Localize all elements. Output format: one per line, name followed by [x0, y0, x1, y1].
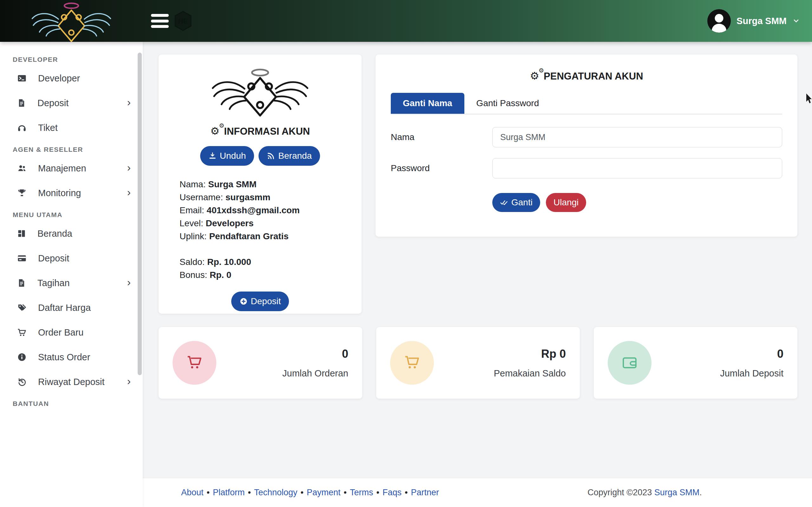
gears-icon: ⚙⚙	[530, 70, 539, 82]
password-field[interactable]	[492, 158, 782, 178]
cart-icon	[17, 328, 27, 337]
double-check-icon	[500, 199, 508, 207]
dashboard-icon	[17, 229, 26, 238]
footer-separator: •	[207, 488, 210, 497]
hamburger-bar	[151, 14, 169, 17]
avatar-head	[715, 14, 723, 22]
stat-circle	[172, 341, 216, 385]
tab-ganti-password[interactable]: Ganti Password	[464, 93, 551, 114]
download-button[interactable]: Unduh	[200, 146, 254, 166]
stat-card-orders: 0 Jumlah Orderan	[159, 327, 362, 399]
tab-ganti-nama[interactable]: Ganti Nama	[391, 93, 464, 114]
stat-label: Jumlah Orderan	[226, 368, 348, 379]
sidebar-item-monitoring[interactable]: Monitoring ›	[0, 183, 143, 203]
he-emblem-icon: HE	[174, 11, 192, 31]
avatar-body	[712, 24, 726, 33]
footer-link-faqs[interactable]: Faqs	[383, 488, 402, 497]
account-balance: Saldo: Rp. 10.000 Bonus: Rp. 0	[180, 256, 351, 281]
account-settings-title: ⚙⚙PENGATURAN AKUN	[391, 70, 782, 82]
brand-logo-wings-icon	[29, 1, 113, 42]
stat-card-deposits: 0 Jumlah Deposit	[594, 327, 798, 399]
user-name: Surga SMM	[737, 16, 786, 26]
chevron-right-icon: ›	[127, 376, 131, 388]
hamburger-bar	[151, 25, 169, 28]
sidebar-item-label: Manajemen	[38, 163, 116, 174]
field-saldo: Saldo: Rp. 10.000	[180, 256, 351, 268]
user-menu[interactable]: Surga SMM	[707, 0, 800, 42]
gears-icon: ⚙⚙	[210, 125, 220, 137]
field-uplink: Uplink: Pendaftaran Gratis	[180, 230, 351, 243]
sidebar-item-tiket[interactable]: Tiket	[0, 118, 143, 137]
info-circle-icon	[17, 352, 27, 362]
footer-link-payment[interactable]: Payment	[307, 488, 341, 497]
stat-circle	[390, 341, 434, 385]
footer-copyright: Copyright ©2023 Surga SMM.	[477, 488, 812, 498]
footer-link-about[interactable]: About	[181, 488, 204, 497]
sidebar-scrollbar-thumb[interactable]	[138, 53, 142, 375]
copyright-period: .	[699, 488, 702, 497]
settings-tabs: Ganti Nama Ganti Password	[391, 93, 782, 114]
footer-link-platform[interactable]: Platform	[213, 488, 245, 497]
footer-link-technology[interactable]: Technology	[254, 488, 298, 497]
name-field[interactable]	[492, 127, 782, 147]
sidebar-item-order-baru[interactable]: Order Baru	[0, 323, 143, 342]
users-icon	[17, 164, 27, 173]
stat-value: 0	[661, 347, 783, 360]
cart-icon	[185, 354, 204, 372]
sidebar-item-label: Daftar Harga	[38, 302, 131, 313]
footer-link-terms[interactable]: Terms	[350, 488, 373, 497]
sidebar-section-bantuan: BANTUAN	[13, 400, 143, 407]
submit-change-button[interactable]: Ganti	[492, 193, 540, 212]
name-label: Nama	[391, 132, 492, 142]
account-info-fields: Nama: Surga SMM Username: surgasmm Email…	[180, 178, 351, 243]
sidebar-item-status-order[interactable]: Status Order	[0, 347, 143, 367]
sidebar-item-deposit-dev[interactable]: Deposit ›	[0, 93, 143, 113]
stat-value: Rp 0	[444, 347, 566, 360]
sidebar-item-beranda[interactable]: Beranda	[0, 224, 143, 243]
chevron-right-icon: ›	[127, 162, 131, 175]
wallet-icon	[621, 354, 639, 372]
account-info-card: ⚙⚙INFORMASI AKUN Unduh Beranda	[159, 55, 362, 314]
copyright-brand-link[interactable]: Surga SMM	[654, 488, 700, 497]
field-nama: Nama: Surga SMM	[180, 178, 351, 191]
sidebar-item-daftar-harga[interactable]: Daftar Harga	[0, 298, 143, 318]
account-settings-card: ⚙⚙PENGATURAN AKUN Ganti Nama Ganti Passw…	[375, 55, 798, 237]
stat-label: Jumlah Deposit	[661, 368, 783, 379]
settings-form: Nama Password Ganti Ulangi	[391, 127, 782, 212]
mouse-cursor	[806, 94, 812, 104]
sidebar-item-label: Developer	[38, 73, 131, 83]
sidebar-item-label: Monitoring	[38, 188, 116, 199]
download-icon	[208, 152, 217, 160]
history-icon	[17, 377, 27, 387]
footer-link-partner[interactable]: Partner	[411, 488, 439, 497]
footer-separator: •	[248, 488, 251, 497]
sidebar-item-riwayat-deposit[interactable]: Riwayat Deposit ›	[0, 372, 143, 392]
sidebar-section-agen: AGEN & RESELLER	[13, 146, 143, 153]
file-invoice-icon	[17, 98, 26, 108]
sidebar-item-label: Status Order	[38, 352, 131, 362]
trophy-icon	[17, 188, 27, 198]
field-level: Level: Developers	[180, 217, 351, 230]
footer-separator: •	[405, 488, 408, 497]
sidebar-item-developer[interactable]: Developer	[0, 68, 143, 88]
sidebar-item-tagihan[interactable]: Tagihan ›	[0, 273, 143, 293]
sidebar-item-deposit-menu[interactable]: Deposit	[0, 248, 143, 268]
chevron-right-icon: ›	[127, 97, 131, 109]
password-label: Password	[391, 163, 492, 173]
headset-icon	[17, 123, 27, 132]
terminal-icon	[17, 73, 27, 83]
sidebar-item-manajemen[interactable]: Manajemen ›	[0, 158, 143, 178]
footer-separator: •	[376, 488, 379, 497]
home-button[interactable]: Beranda	[258, 146, 320, 166]
copyright-text: Copyright ©2023	[588, 488, 654, 497]
footer-separator: •	[344, 488, 347, 497]
sidebar-toggle-button[interactable]	[151, 14, 169, 28]
cart-icon	[403, 354, 421, 372]
stat-card-balance-usage: Rp 0 Pemakaian Saldo	[376, 327, 580, 399]
deposit-button[interactable]: Deposit	[231, 291, 289, 311]
account-logo-wings-icon	[209, 68, 311, 118]
avatar	[707, 9, 731, 33]
account-info-title: ⚙⚙INFORMASI AKUN	[169, 125, 351, 137]
chevron-right-icon: ›	[127, 187, 131, 199]
reset-button[interactable]: Ulangi	[546, 193, 586, 212]
